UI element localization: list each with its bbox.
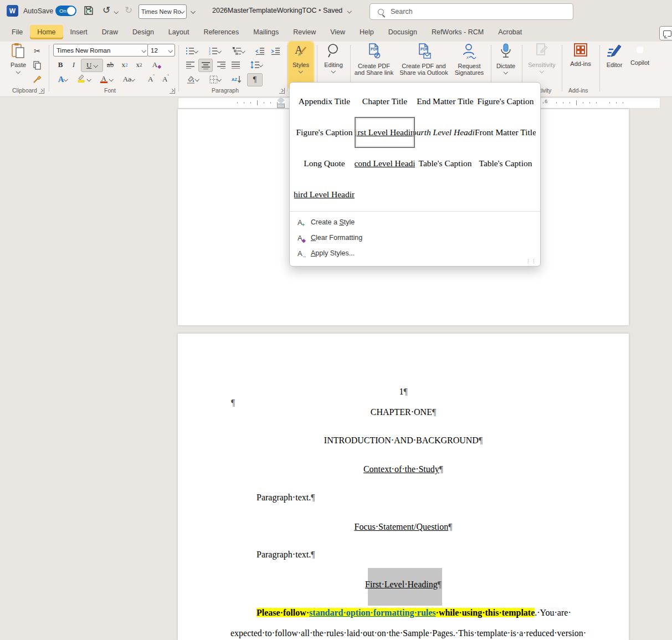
clear-formatting-icon: A◆ [297, 234, 311, 242]
menu-item-create-a-style[interactable]: A+Create a Style [290, 214, 540, 230]
styles-button[interactable]: A Styles [290, 43, 311, 84]
copy-button[interactable] [31, 59, 43, 71]
style-gallery-item[interactable]: First Level Heading [355, 117, 415, 148]
decrease-indent-button[interactable] [254, 45, 266, 57]
menu-item-apply-styles-[interactable]: A→Apply Styles... [290, 245, 540, 261]
tab-file[interactable]: File [4, 25, 30, 39]
underline-button[interactable]: U [81, 59, 103, 72]
quick-access-font-box[interactable]: Times New Ro [138, 4, 187, 19]
multilevel-list-button[interactable] [229, 45, 248, 57]
change-case-button[interactable]: Aa [120, 73, 137, 85]
tab-help[interactable]: Help [352, 25, 381, 39]
comments-button[interactable] [659, 26, 672, 40]
align-left-button[interactable] [184, 59, 196, 71]
increase-indent-button[interactable] [269, 45, 281, 57]
style-gallery-item[interactable]: End Matter Title [415, 86, 475, 117]
shrink-font-button[interactable]: Aˇ [160, 73, 172, 85]
cut-button[interactable]: ✂ [31, 45, 43, 57]
style-gallery-item[interactable]: Front Matter Title [475, 117, 536, 148]
sort-button[interactable]: AZ [229, 73, 244, 85]
clear-all-formatting-button[interactable]: A◆ [151, 59, 163, 71]
paragraph-dialog-launcher[interactable] [279, 88, 285, 94]
style-gallery-item[interactable]: Table's Caption [415, 148, 475, 179]
document-title[interactable]: 2026MasterTemplateWorkingTOC • Saved [212, 7, 351, 14]
formatting-rules-link[interactable]: standard·option·formatting·rules [309, 608, 435, 617]
resize-grip[interactable]: ⋮⋮ [526, 258, 537, 264]
show-formatting-marks-button[interactable]: ¶ [247, 73, 263, 86]
editor-button[interactable]: Editor [603, 43, 626, 84]
style-gallery-item[interactable]: Figure's Caption [294, 117, 355, 148]
text-effects-button[interactable]: A [54, 73, 71, 85]
editing-chevron [331, 69, 336, 73]
create-pdf-share-link-button[interactable]: PDF Create PDFand Share link [353, 43, 394, 84]
style-gallery-item[interactable]: Second Level Heading [355, 148, 415, 179]
style-gallery-item[interactable]: Long Quote [294, 148, 355, 179]
style-gallery-item[interactable]: Third Level Heading [294, 179, 355, 210]
font-dialog-launcher[interactable] [170, 88, 175, 94]
numbering-button[interactable]: 123 [206, 45, 224, 57]
autosave-state: On [59, 8, 66, 14]
align-center-button[interactable] [198, 59, 213, 72]
tab-design[interactable]: Design [125, 25, 161, 39]
undo-icon[interactable]: ↺ [102, 4, 110, 16]
italic-button[interactable]: I [68, 59, 80, 71]
autosave-toggle[interactable]: On [55, 6, 76, 16]
clipboard-dialog-launcher[interactable] [39, 88, 44, 94]
highlight-color-button[interactable] [75, 73, 93, 85]
style-gallery-item[interactable]: Fourth Level Heading [415, 117, 475, 148]
indent-markers[interactable] [277, 97, 285, 108]
dictate-button[interactable]: Dictate [493, 43, 519, 84]
tab-view[interactable]: View [323, 25, 352, 39]
font-name-combo[interactable]: Times New Roman [53, 44, 148, 57]
create-pdf-share-outlook-button[interactable]: PDF Create PDF andShare via Outlook [396, 43, 452, 84]
superscript-button[interactable]: x2 [133, 59, 145, 71]
font-color-button[interactable]: A [98, 73, 115, 85]
save-icon[interactable] [83, 5, 94, 16]
font-size-chevron [168, 48, 172, 53]
borders-button[interactable] [206, 73, 224, 85]
shading-button[interactable] [184, 73, 202, 85]
grow-font-button[interactable]: Aˆ [145, 73, 157, 85]
tab-references[interactable]: References [196, 25, 246, 39]
align-right-button[interactable] [215, 59, 227, 71]
tab-review[interactable]: Review [286, 25, 323, 39]
sensitivity-chevron [540, 69, 544, 73]
style-gallery-item[interactable]: Appendix Title [294, 86, 355, 117]
style-gallery-item[interactable]: Chapter Title [355, 86, 415, 117]
menu-item-clear-formatting[interactable]: A◆Clear Formatting [290, 230, 540, 245]
body-text-line: expected·to·follow·all·the·rules·laid·ou… [230, 628, 586, 638]
copilot-button[interactable]: Copilot [626, 43, 654, 84]
tab-draw[interactable]: Draw [95, 25, 125, 39]
strikethrough-button[interactable]: ab [104, 59, 116, 71]
justify-button[interactable] [229, 59, 242, 71]
ruler-number-6: 6 [545, 98, 547, 104]
font-size-combo[interactable]: 12 [147, 44, 175, 57]
tab-acrobat[interactable]: Acrobat [491, 25, 529, 39]
page-2[interactable]: 1¶ ¶ CHAPTER·ONE¶ INTRODUCTION·AND·BACKG… [178, 334, 629, 640]
style-gallery-item[interactable]: Table's Caption [475, 148, 536, 179]
paste-button[interactable]: Paste [7, 43, 30, 84]
line-spacing-button[interactable] [247, 59, 266, 71]
editing-button[interactable]: Editing [320, 43, 347, 84]
tab-home[interactable]: Home [30, 25, 63, 39]
request-signatures-button[interactable]: x RequestSignatures [453, 43, 485, 84]
tab-mailings[interactable]: Mailings [246, 25, 286, 39]
addins-button[interactable]: Add-ins [566, 43, 595, 84]
notice-post: ·while·using·this·template [436, 608, 535, 617]
tab-refworks-rcm[interactable]: RefWorks - RCM [424, 25, 491, 39]
style-gallery-item[interactable]: Figure's Caption [475, 86, 536, 117]
undo-dropdown-chevron[interactable] [114, 9, 119, 14]
format-painter-button[interactable] [31, 74, 43, 86]
first-level-heading-line: First·Level·Heading¶ [178, 580, 629, 590]
dictate-chevron [504, 70, 508, 74]
tab-layout[interactable]: Layout [161, 25, 197, 39]
tab-insert[interactable]: Insert [63, 25, 95, 39]
bullets-button[interactable] [183, 45, 201, 57]
tab-docusign[interactable]: Docusign [381, 25, 424, 39]
word-logo-icon[interactable]: W [7, 5, 18, 17]
search-box[interactable]: Search [370, 3, 573, 20]
bold-button[interactable]: B [54, 59, 66, 71]
font-color-bar [100, 81, 107, 84]
quick-access-overflow-chevron[interactable] [191, 9, 196, 14]
subscript-button[interactable]: x2 [119, 59, 131, 71]
